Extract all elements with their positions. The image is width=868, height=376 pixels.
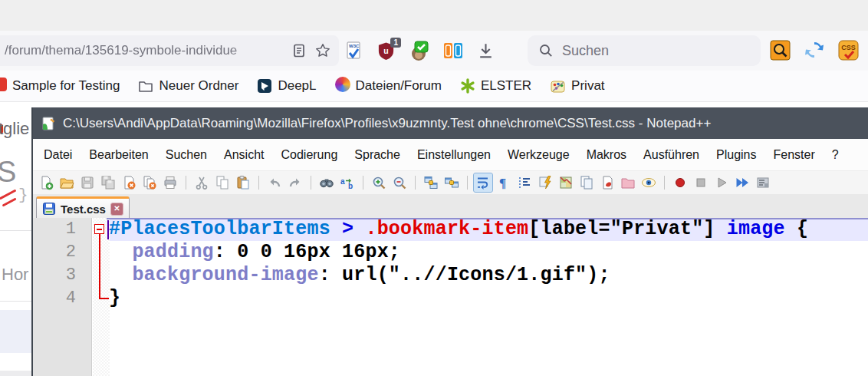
- zoom-out-icon[interactable]: [390, 173, 409, 192]
- ublock-shield-icon[interactable]: u 1: [376, 41, 396, 61]
- sync-vertical-icon[interactable]: [422, 173, 440, 192]
- tab-close-icon[interactable]: ✕: [110, 203, 123, 216]
- toolbar-separator: [258, 176, 259, 190]
- page-bottom-strip: [0, 371, 31, 376]
- undo-icon[interactable]: [265, 173, 284, 192]
- bookmark-label: Neuer Ordner: [159, 78, 238, 94]
- code-editor[interactable]: 1234 #PlacesToolbarItems > .bookmark-ite…: [33, 218, 868, 376]
- battery-extension-icon[interactable]: [443, 41, 463, 61]
- notepad-titlebar[interactable]: C:\Users\Andi\AppData\Roaming\Mozilla\Fi…: [33, 107, 868, 139]
- close-icon[interactable]: [120, 173, 138, 192]
- reader-view-icon[interactable]: [291, 43, 307, 58]
- replace-icon[interactable]: ab: [338, 173, 357, 192]
- checker-avatar-icon[interactable]: [409, 40, 430, 61]
- stop-macro-icon[interactable]: [692, 173, 710, 192]
- new-file-icon[interactable]: [37, 173, 55, 192]
- menu-fenster[interactable]: Fenster: [765, 148, 824, 162]
- deepl-icon: [257, 78, 272, 94]
- indent-guide-icon[interactable]: [515, 173, 534, 192]
- save-icon[interactable]: [78, 173, 97, 192]
- toolbar-separator: [311, 176, 311, 190]
- code-token-def: [330, 218, 342, 240]
- npp-toolbar: ab¶: [33, 170, 868, 194]
- record-macro-icon[interactable]: [671, 173, 689, 192]
- run-external-icon[interactable]: [598, 173, 616, 192]
- address-bar[interactable]: /forum/thema/135619-symbole-individue: [0, 35, 339, 66]
- html-validator-icon[interactable]: [770, 40, 791, 61]
- line-number: 2: [33, 241, 91, 264]
- document-map-icon[interactable]: [557, 173, 575, 192]
- menu-suchen[interactable]: Suchen: [157, 148, 215, 162]
- print-icon[interactable]: [161, 173, 179, 192]
- menu-werkzeuge[interactable]: Werkzeuge: [499, 148, 578, 162]
- word-wrap-icon[interactable]: [474, 173, 492, 192]
- code-token-cls: .bookmark-item: [365, 218, 528, 240]
- search-input[interactable]: [561, 42, 740, 60]
- doc-switcher-icon[interactable]: [577, 173, 596, 192]
- search-box[interactable]: [528, 35, 761, 66]
- page-divider: [0, 301, 31, 302]
- save-all-icon[interactable]: [99, 173, 117, 192]
- menu-?[interactable]: ?: [824, 148, 847, 162]
- menu-makros[interactable]: Makros: [578, 148, 635, 162]
- download-icon[interactable]: [476, 41, 495, 61]
- menu-datei[interactable]: Datei: [35, 148, 81, 162]
- close-all-icon[interactable]: [140, 173, 159, 192]
- play-macro-icon[interactable]: [712, 173, 731, 192]
- run-macro-multi-icon[interactable]: [733, 173, 751, 192]
- menu-codierung[interactable]: Codierung: [272, 148, 346, 162]
- firefox-nav-toolbar: /forum/thema/135619-symbole-individue W3…: [0, 31, 868, 71]
- svg-text:u: u: [383, 46, 388, 55]
- project-folder-icon[interactable]: [619, 173, 637, 192]
- bookmark-item-sample-for-testing[interactable]: Sample for Testing: [0, 78, 120, 94]
- code-token-tag: >: [342, 218, 353, 240]
- bookmark-star-icon[interactable]: [314, 42, 331, 59]
- menu-sprache[interactable]: Sprache: [346, 148, 409, 162]
- line-number: 4: [33, 287, 91, 310]
- open-folder-icon[interactable]: [58, 173, 76, 192]
- copy-icon[interactable]: [213, 173, 232, 192]
- sync-horizontal-icon[interactable]: [442, 173, 461, 192]
- saved-file-icon: [42, 202, 56, 216]
- line-number: 3: [33, 264, 91, 287]
- fold-margin[interactable]: [93, 218, 110, 376]
- css-validator-icon[interactable]: CSS: [838, 40, 859, 61]
- bookmark-item-elster[interactable]: ELSTER: [460, 78, 531, 94]
- url-text: /forum/thema/135619-symbole-individue: [5, 43, 284, 58]
- menu-ansicht[interactable]: Ansicht: [215, 148, 272, 162]
- w3c-validator-icon[interactable]: W3C: [344, 41, 363, 61]
- code-token-def: {: [785, 218, 808, 240]
- bookmark-item-privat[interactable]: Privat: [550, 78, 604, 94]
- menu-bearbeiten[interactable]: Bearbeiten: [81, 148, 156, 162]
- zoom-in-icon[interactable]: [370, 173, 388, 192]
- menu-einstellungen[interactable]: Einstellungen: [409, 148, 499, 162]
- line-number-gutter: 1234: [33, 218, 92, 376]
- sync-icon[interactable]: [804, 39, 825, 61]
- code-token-def: : url("..//Icons/1.gif");: [319, 264, 610, 286]
- notepad-window: C:\Users\Andi\AppData\Roaming\Mozilla\Fi…: [31, 107, 868, 376]
- find-icon[interactable]: [317, 173, 336, 192]
- bookmark-item-neuer-ordner[interactable]: Neuer Ordner: [138, 78, 238, 94]
- tab-testcss[interactable]: Test.css ✕: [36, 196, 130, 219]
- elster-asterisk-icon: [460, 78, 475, 94]
- menu-plugins[interactable]: Plugins: [708, 148, 764, 162]
- bookmark-item-dateien-forum[interactable]: Dateien/Forum: [335, 77, 442, 95]
- toolbar-separator: [664, 176, 665, 190]
- bookmarks-toolbar: Sample for TestingNeuer OrdnerDeepLDatei…: [0, 71, 868, 102]
- code-token-def: [label="Privat"]: [528, 218, 726, 240]
- show-all-chars-icon[interactable]: ¶: [495, 173, 513, 192]
- file-monitoring-icon[interactable]: [639, 173, 658, 192]
- toolbar-separator: [467, 176, 468, 190]
- function-completion-icon[interactable]: [536, 173, 554, 192]
- svg-text:CSS: CSS: [841, 44, 856, 51]
- code-token-def: [109, 241, 132, 263]
- fold-collapse-icon[interactable]: [94, 224, 104, 234]
- cut-icon[interactable]: [192, 173, 211, 192]
- save-macro-icon[interactable]: [754, 173, 772, 192]
- redo-icon[interactable]: [286, 173, 304, 192]
- menu-ausfhren[interactable]: Ausführen: [635, 148, 708, 162]
- bookmark-item-deepl[interactable]: DeepL: [257, 78, 316, 94]
- code-text-area[interactable]: #PlacesToolbarItems > .bookmark-item[lab…: [109, 218, 868, 310]
- paste-icon[interactable]: [234, 173, 252, 192]
- svg-text:a: a: [340, 177, 345, 186]
